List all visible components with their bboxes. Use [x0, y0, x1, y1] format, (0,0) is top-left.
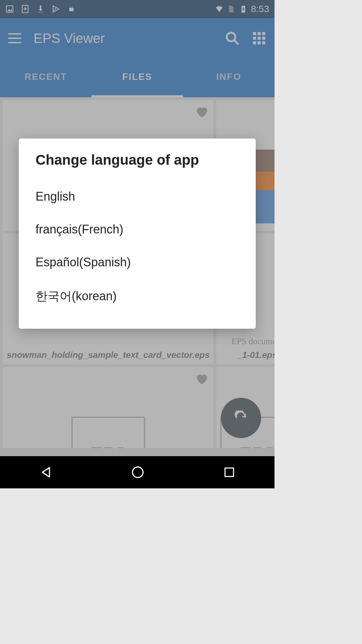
recent-apps-button[interactable]: [223, 466, 236, 479]
language-option-french[interactable]: français(French): [36, 213, 239, 246]
language-option-korean[interactable]: 한국어(korean): [36, 279, 239, 314]
home-button[interactable]: [131, 465, 145, 479]
back-button[interactable]: [39, 465, 53, 479]
language-option-english[interactable]: English: [36, 180, 239, 213]
svg-rect-24: [225, 468, 233, 476]
dialog-title: Change language of app: [36, 152, 239, 168]
language-dialog: Change language of app English français(…: [19, 139, 256, 329]
language-option-spanish[interactable]: Español(Spanish): [36, 246, 239, 279]
svg-point-23: [133, 467, 143, 478]
navigation-bar: [0, 456, 275, 488]
